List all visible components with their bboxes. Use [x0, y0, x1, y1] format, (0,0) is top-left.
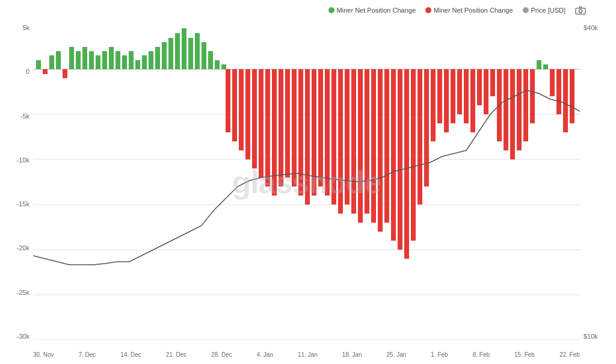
- legend-red-label: Miner Net Position Change: [434, 7, 513, 14]
- bar-green-21: [188, 38, 193, 69]
- y-right-10k: $10k: [584, 333, 598, 340]
- y-label-neg20k: -20k: [17, 244, 29, 251]
- y-label-neg30k: -30k: [17, 333, 29, 340]
- bar-red-1: [226, 69, 230, 132]
- gray-dot-icon: [523, 7, 529, 13]
- bar-red-47: [530, 69, 535, 123]
- bar-red-10: [285, 69, 290, 177]
- bar-green-11: [116, 51, 120, 69]
- bar-red-41: [490, 69, 495, 96]
- y-axis-left: 5k 0 -5k -10k -15k -20k -25k -30k: [0, 24, 33, 340]
- x-label-14dec: 14. Dec: [120, 351, 141, 358]
- x-label-1feb: 1. Feb: [431, 351, 448, 358]
- bar-red-3: [239, 69, 244, 150]
- chart-svg-area: glassnode: [33, 24, 580, 340]
- bar-red-24: [378, 69, 383, 232]
- svg-point-1: [579, 10, 582, 13]
- bar-green-4: [69, 47, 74, 69]
- legend-red: Miner Net Position Change: [425, 7, 513, 14]
- bar-red-46: [523, 69, 528, 141]
- camera-icon[interactable]: [575, 6, 586, 14]
- bar-red-51: [570, 69, 574, 123]
- svg-rect-0: [576, 8, 585, 14]
- bar-green-12: [122, 55, 127, 69]
- bar-red-22: [365, 69, 369, 214]
- bar-red-49: [556, 69, 561, 114]
- bar-red-13: [305, 69, 310, 205]
- legend-gray: Price [USD]: [523, 7, 565, 14]
- bar-red-21: [358, 69, 363, 223]
- bar-red-50: [563, 69, 568, 132]
- bar-green-22: [195, 33, 200, 69]
- bar-red-39: [477, 69, 482, 105]
- bar-red-16: [325, 69, 330, 196]
- bar-red-7: [265, 69, 270, 187]
- bar-green-6: [82, 47, 87, 69]
- bar-green-14: [135, 60, 140, 69]
- bar-red-19: [345, 69, 350, 205]
- bar-green-late-2: [543, 64, 548, 69]
- bar-red-5: [252, 69, 257, 168]
- bar-red-32: [431, 69, 436, 141]
- bar-red-23: [371, 69, 376, 223]
- bar-green-20: [175, 33, 180, 69]
- bar-red-34: [444, 69, 449, 132]
- bar-green-9: [102, 51, 107, 69]
- bar-green-26: [221, 64, 226, 69]
- bar-green-10: [109, 47, 114, 69]
- bar-green-17: [155, 47, 160, 69]
- y-axis-right: $40k $10k: [580, 24, 616, 340]
- x-label-22feb: 22. Feb: [559, 351, 580, 358]
- bar-red-18: [338, 69, 343, 214]
- y-label-neg10k: -10k: [17, 156, 29, 164]
- red-dot-icon: [425, 7, 431, 13]
- main-svg: [33, 24, 580, 340]
- bar-red-9: [279, 69, 283, 187]
- bar-red-44: [510, 69, 515, 159]
- green-dot-icon: [328, 7, 334, 13]
- x-label-11jan: 11. Jan: [298, 351, 318, 358]
- bar-red-26: [391, 69, 396, 241]
- x-axis: 30. Nov 7. Dec 14. Dec 21. Dec 28. Dec 4…: [33, 351, 580, 358]
- y-label-neg15k: -15k: [17, 200, 29, 208]
- bar-green-1: [36, 60, 41, 69]
- legend-green: Miner Net Position Change: [328, 7, 416, 14]
- bar-red-2: [232, 69, 237, 141]
- y-label-neg5k: -5k: [20, 113, 29, 120]
- bar-green-2: [49, 55, 54, 69]
- bar-green-7: [89, 51, 94, 69]
- bar-red-36: [457, 69, 462, 114]
- bar-red-11: [292, 69, 297, 187]
- x-label-30nov: 30. Nov: [33, 351, 54, 358]
- bar-green-25: [215, 60, 220, 69]
- bar-green-15: [142, 55, 147, 69]
- bar-green-5: [76, 51, 81, 69]
- bar-green-8: [96, 55, 100, 69]
- bar-green-24: [208, 51, 213, 69]
- bar-red-38: [470, 69, 475, 132]
- bar-red-15: [318, 69, 323, 187]
- bar-red-8: [272, 69, 277, 196]
- bar-red-37: [464, 69, 469, 123]
- bar-red-12: [298, 69, 303, 196]
- bar-red-35: [451, 69, 455, 123]
- bar-red-28: [404, 69, 409, 259]
- y-label-0: 0: [26, 68, 29, 75]
- bar-red-6: [259, 69, 263, 177]
- y-label-neg25k: -25k: [17, 289, 29, 296]
- chart-legend: Miner Net Position Change Miner Net Posi…: [328, 6, 586, 14]
- bar-red-17: [331, 69, 336, 205]
- y-label-5k: 5k: [22, 24, 29, 31]
- bar-green-23: [202, 42, 206, 69]
- bar-green-18: [162, 42, 167, 69]
- bar-red-30: [417, 69, 422, 205]
- bar-red-29: [411, 69, 416, 241]
- x-label-21dec: 21. Dec: [166, 351, 186, 358]
- x-label-8feb: 8. Feb: [473, 351, 490, 358]
- bar-green-peak: [182, 28, 186, 69]
- bar-green-19: [168, 38, 173, 69]
- legend-gray-label: Price [USD]: [531, 7, 565, 14]
- bar-red-early-2: [63, 69, 67, 78]
- bar-red-33: [437, 69, 442, 123]
- bar-red-20: [351, 69, 356, 214]
